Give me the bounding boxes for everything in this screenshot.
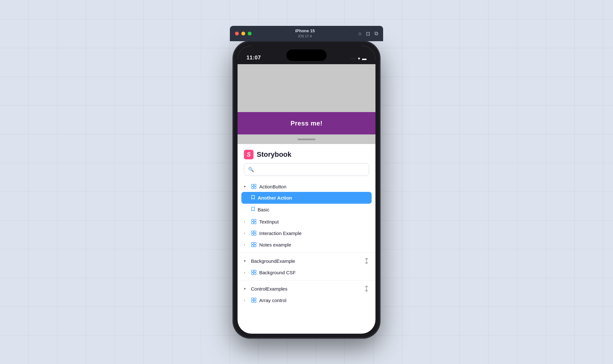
sim-header-icons: ⌂ ⊡ ⧉ — [358, 31, 378, 37]
bottom-handle-area — [238, 134, 375, 144]
chevron-right-icon-backgroundcsf: › — [244, 270, 248, 274]
sort-icon-background[interactable] — [364, 258, 369, 264]
svg-rect-14 — [252, 245, 254, 247]
nav-section-controlexamples: ▾ ControlExamples — [238, 283, 375, 294]
sort-icon-controlexamples[interactable] — [364, 286, 369, 292]
press-me-button[interactable]: Press me! — [238, 112, 375, 134]
nav-group-label-background: BackgroundExample — [251, 258, 295, 264]
grid-icon-backgroundcsf — [251, 269, 257, 275]
grid-icon-interaction — [251, 230, 257, 236]
svg-rect-13 — [254, 242, 256, 244]
nav-group-background[interactable]: ▾ BackgroundExample — [238, 255, 375, 266]
copy-icon[interactable]: ⧉ — [375, 31, 378, 36]
svg-rect-4 — [252, 219, 254, 221]
traffic-light-yellow[interactable] — [241, 32, 245, 35]
svg-rect-10 — [252, 233, 254, 235]
nav-group-label-textinput: TextInput — [259, 219, 279, 224]
device-name: iPhone 15 — [254, 28, 356, 34]
nav-item-label-basic: Basic — [258, 207, 269, 212]
drag-handle[interactable] — [298, 139, 315, 140]
nav-section-interaction: › Interaction Example — [238, 228, 375, 239]
signal-dots: ···· — [351, 57, 356, 60]
nav-group-label-arraycontrol: Array control — [259, 298, 286, 303]
storybook-header: S Storybook — [238, 144, 375, 163]
chevron-down-icon-background: ▾ — [244, 259, 248, 263]
nav-section-background-csf: › Background CSF — [238, 267, 375, 278]
nav-group-interaction[interactable]: › Interaction Example — [238, 228, 375, 239]
svg-rect-6 — [252, 222, 254, 224]
nav-group-label-interaction: Interaction Example — [259, 231, 302, 236]
home-icon[interactable]: ⌂ — [358, 31, 361, 36]
nav-group-actionbutton[interactable]: ▾ ActionButton — [238, 181, 375, 192]
svg-rect-17 — [254, 270, 256, 272]
nav-item-another-action[interactable]: Another Action — [241, 192, 372, 204]
screenshot-icon[interactable]: ⊡ — [366, 31, 370, 37]
bookmark-icon-basic — [251, 207, 255, 213]
traffic-light-green[interactable] — [248, 32, 252, 35]
phone-body: 11:07 ···· ▾ ▬ Press me! — [233, 41, 380, 338]
svg-rect-0 — [252, 184, 254, 186]
search-input[interactable] — [257, 167, 365, 172]
status-bar: 11:07 ···· ▾ ▬ — [238, 46, 375, 64]
nav-section-background: ▾ BackgroundExample — [238, 255, 375, 266]
nav-group-label-notes: Notes example — [259, 242, 291, 247]
chevron-down-icon: ▾ — [244, 185, 248, 189]
status-time: 11:07 — [246, 55, 261, 61]
svg-rect-21 — [254, 298, 256, 300]
svg-rect-20 — [252, 298, 254, 300]
chevron-down-icon-controlexamples: ▾ — [244, 287, 248, 291]
svg-rect-19 — [254, 273, 256, 275]
press-me-label: Press me! — [291, 120, 322, 127]
simulator-header: iPhone 15 iOS 17.4 ⌂ ⊡ ⧉ — [230, 26, 383, 41]
svg-rect-1 — [254, 184, 256, 186]
svg-rect-15 — [254, 245, 256, 247]
nav-item-basic[interactable]: Basic — [238, 204, 375, 216]
divider-2 — [238, 280, 375, 281]
nav-section-notes: › Notes example — [238, 239, 375, 250]
nav-group-arraycontrol[interactable]: › Array control — [238, 295, 375, 306]
svg-rect-23 — [254, 300, 256, 302]
svg-rect-11 — [254, 233, 256, 235]
chevron-right-icon-interaction: › — [244, 231, 248, 235]
svg-rect-2 — [252, 187, 254, 189]
nav-group-label-actionbutton: ActionButton — [259, 184, 286, 189]
svg-rect-5 — [254, 219, 256, 221]
search-icon: 🔍 — [248, 167, 254, 172]
nav-group-controlexamples[interactable]: ▾ ControlExamples — [238, 283, 375, 294]
grid-icon-textinput — [251, 219, 257, 224]
nav-section-arraycontrol: › Array control — [238, 295, 375, 306]
ios-version: iOS 17.4 — [254, 34, 356, 38]
nav-group-label-backgroundcsf: Background CSF — [259, 270, 296, 275]
svg-rect-22 — [252, 300, 254, 302]
chevron-right-icon-textinput: › — [244, 220, 248, 224]
nav-section-actionbutton: ▾ ActionButton — [238, 181, 375, 216]
grid-icon-arraycontrol — [251, 297, 257, 303]
wifi-icon: ▾ — [358, 56, 360, 61]
battery-icon: ▬ — [362, 56, 367, 61]
svg-rect-8 — [252, 231, 254, 233]
nav-group-textinput[interactable]: › TextInput — [238, 216, 375, 227]
nav-group-label-controlexamples: ControlExamples — [251, 286, 287, 292]
status-icons: ···· ▾ ▬ — [351, 56, 367, 61]
nav-group-background-csf[interactable]: › Background CSF — [238, 267, 375, 278]
svg-rect-12 — [252, 242, 254, 244]
nav-list: ▾ ActionButton — [238, 180, 375, 334]
storybook-panel: S Storybook 🔍 ▾ — [238, 144, 375, 334]
storybook-title: Storybook — [257, 150, 291, 159]
search-bar[interactable]: 🔍 — [244, 163, 369, 176]
svg-rect-3 — [254, 187, 256, 189]
grid-icon-actionbutton — [251, 184, 257, 189]
preview-area — [238, 64, 375, 112]
svg-rect-7 — [254, 222, 256, 224]
storybook-logo-letter: S — [247, 151, 251, 158]
divider-1 — [238, 253, 375, 253]
storybook-logo: S — [244, 150, 254, 159]
nav-section-textinput: › TextInput — [238, 216, 375, 227]
phone-screen: 11:07 ···· ▾ ▬ Press me! — [238, 46, 375, 334]
dynamic-island — [286, 49, 327, 61]
nav-item-label-another-action: Another Action — [258, 195, 292, 201]
grid-icon-notes — [251, 242, 257, 247]
svg-rect-9 — [254, 231, 256, 233]
nav-group-notes[interactable]: › Notes example — [238, 239, 375, 250]
traffic-light-red[interactable] — [235, 32, 239, 35]
